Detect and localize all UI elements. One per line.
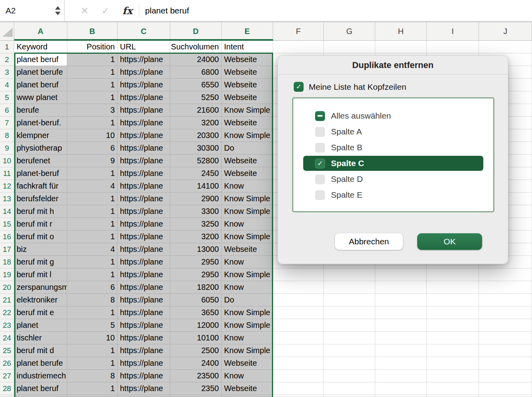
- row-header-1[interactable]: 1: [0, 41, 14, 53]
- column-checkbox-unchecked[interactable]: [315, 143, 325, 153]
- cell-C28[interactable]: https://plane: [118, 382, 170, 395]
- cell-D15[interactable]: 3250: [170, 218, 222, 231]
- cell-A18[interactable]: beruf mit g: [14, 256, 67, 268]
- cell-G23[interactable]: [324, 319, 375, 332]
- cell-A10[interactable]: berufenet: [14, 155, 67, 167]
- cell-D26[interactable]: 2400: [170, 357, 222, 370]
- cell-A5[interactable]: www planet: [14, 91, 67, 104]
- cell-B20[interactable]: 6: [67, 281, 118, 294]
- cell-Bx[interactable]: [67, 395, 118, 397]
- cell-A13[interactable]: berufsfelder: [14, 193, 67, 205]
- cell-C9[interactable]: https://plane: [118, 142, 170, 155]
- cell-E17[interactable]: Webseite: [222, 243, 273, 256]
- cell-Hx[interactable]: [375, 395, 427, 397]
- cell-A28[interactable]: planet beruf: [14, 382, 67, 395]
- cell-C5[interactable]: https://plane: [118, 91, 170, 104]
- cell-E8[interactable]: Know Simple: [222, 129, 273, 142]
- column-checkbox-unchecked[interactable]: [315, 127, 325, 137]
- row-header-19[interactable]: 19: [0, 268, 14, 281]
- cell-B19[interactable]: 1: [67, 268, 118, 281]
- column-header-A[interactable]: A: [14, 22, 67, 40]
- cell-D21[interactable]: 6050: [170, 294, 222, 306]
- cell-B25[interactable]: 1: [67, 344, 118, 357]
- cell-C22[interactable]: https://plane: [118, 306, 170, 319]
- cell-G28[interactable]: [324, 382, 375, 395]
- column-list-item-4[interactable]: Spalte D: [293, 171, 493, 187]
- cell-C15[interactable]: https://plane: [118, 218, 170, 231]
- cell-C17[interactable]: https://plane: [118, 243, 170, 256]
- cell-A11[interactable]: planet-beruf: [14, 167, 67, 180]
- cell-B21[interactable]: 8: [67, 294, 118, 306]
- cell-E13[interactable]: Know Simple: [222, 193, 273, 205]
- cell-A2[interactable]: planet beruf: [14, 53, 67, 66]
- cell-I26[interactable]: [427, 357, 479, 370]
- cell-C3[interactable]: https://plane: [118, 66, 170, 79]
- cell-D2[interactable]: 24000: [170, 53, 222, 66]
- cell-J23[interactable]: [479, 319, 532, 332]
- cell-A21[interactable]: elektroniker: [14, 294, 67, 306]
- row-header-18[interactable]: 18: [0, 256, 14, 268]
- row-header-21[interactable]: 21: [0, 294, 14, 306]
- cell-C8[interactable]: https://plane: [118, 129, 170, 142]
- cell-C19[interactable]: https://plane: [118, 268, 170, 281]
- cell-J28[interactable]: [479, 382, 532, 395]
- cell-J24[interactable]: [479, 332, 532, 344]
- cell-B12[interactable]: 4: [67, 180, 118, 193]
- cell-F27[interactable]: [273, 370, 324, 382]
- cell-F23[interactable]: [273, 319, 324, 332]
- cell-G25[interactable]: [324, 344, 375, 357]
- cell-D6[interactable]: 21600: [170, 104, 222, 117]
- cell-E3[interactable]: Webseite: [222, 66, 273, 79]
- cell-A4[interactable]: planet beruf: [14, 79, 67, 91]
- column-list-item-5[interactable]: Spalte E: [293, 187, 493, 203]
- cell-D23[interactable]: 12000: [170, 319, 222, 332]
- cell-D11[interactable]: 2450: [170, 167, 222, 180]
- cell-A20[interactable]: zerspanungsm: [14, 281, 67, 294]
- cell-B27[interactable]: 8: [67, 370, 118, 382]
- cancel-button[interactable]: Abbrechen: [335, 233, 403, 250]
- row-header-8[interactable]: 8: [0, 129, 14, 142]
- cell-B10[interactable]: 9: [67, 155, 118, 167]
- cell-D5[interactable]: 5250: [170, 91, 222, 104]
- cell-C24[interactable]: https://plane: [118, 332, 170, 344]
- column-header-D[interactable]: D: [170, 22, 222, 40]
- column-checkbox-indeterminate[interactable]: [315, 111, 325, 121]
- cell-F28[interactable]: [273, 382, 324, 395]
- cell-B24[interactable]: 10: [67, 332, 118, 344]
- cell-C1[interactable]: URL: [118, 41, 170, 53]
- row-header-13[interactable]: 13: [0, 193, 14, 205]
- cell-E15[interactable]: Know: [222, 218, 273, 231]
- cell-H22[interactable]: [375, 306, 427, 319]
- cell-A9[interactable]: physiotherap: [14, 142, 67, 155]
- cell-D3[interactable]: 6800: [170, 66, 222, 79]
- cell-A23[interactable]: planet: [14, 319, 67, 332]
- row-header-10[interactable]: 10: [0, 155, 14, 167]
- cell-F22[interactable]: [273, 306, 324, 319]
- cell-B17[interactable]: 4: [67, 243, 118, 256]
- cell-B13[interactable]: 1: [67, 193, 118, 205]
- cell-E23[interactable]: Know Simple: [222, 319, 273, 332]
- cell-J20[interactable]: [479, 281, 532, 294]
- cell-F20[interactable]: [273, 281, 324, 294]
- cell-H21[interactable]: [375, 294, 427, 306]
- cell-C20[interactable]: https://plane: [118, 281, 170, 294]
- cell-G21[interactable]: [324, 294, 375, 306]
- cell-D9[interactable]: 30300: [170, 142, 222, 155]
- cell-J21[interactable]: [479, 294, 532, 306]
- cell-A12[interactable]: fachkraft für: [14, 180, 67, 193]
- column-checkbox-unchecked[interactable]: [315, 190, 325, 200]
- row-header-partial[interactable]: [0, 395, 14, 397]
- cell-D13[interactable]: 2900: [170, 193, 222, 205]
- cell-E9[interactable]: Do: [222, 142, 273, 155]
- column-list-item-0[interactable]: Alles auswählen: [293, 108, 493, 124]
- cell-A27[interactable]: industriemech: [14, 370, 67, 382]
- confirm-entry-icon[interactable]: ✓: [101, 6, 110, 16]
- column-list-item-2[interactable]: Spalte B: [293, 140, 493, 155]
- cell-B6[interactable]: 3: [67, 104, 118, 117]
- cell-D18[interactable]: 2950: [170, 256, 222, 268]
- cancel-entry-icon[interactable]: ✕: [80, 6, 89, 16]
- cell-G20[interactable]: [324, 281, 375, 294]
- cell-H1[interactable]: [375, 41, 427, 53]
- cell-C10[interactable]: https://plane: [118, 155, 170, 167]
- cell-E2[interactable]: Webseite: [222, 53, 273, 66]
